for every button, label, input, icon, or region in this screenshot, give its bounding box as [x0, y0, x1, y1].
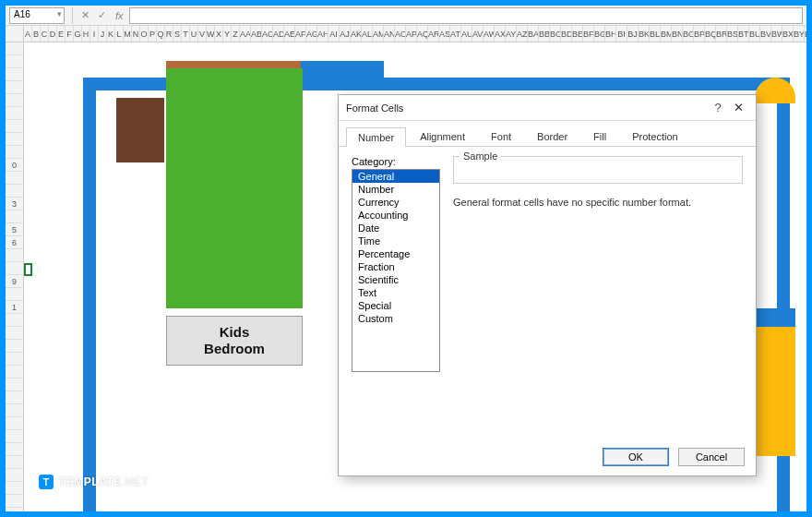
category-item-custom[interactable]: Custom [352, 312, 439, 325]
column-header[interactable]: Y [223, 26, 232, 42]
row-header[interactable]: · [6, 327, 24, 340]
row-header[interactable]: · [6, 107, 24, 120]
column-header[interactable]: BR [716, 26, 727, 42]
column-header[interactable]: I [90, 26, 99, 42]
tab-protection[interactable]: Protection [620, 126, 690, 146]
row-header[interactable]: 0 [6, 159, 24, 172]
column-header[interactable]: AH [317, 26, 328, 42]
ok-button[interactable]: OK [603, 448, 669, 466]
column-header[interactable]: BH [605, 26, 616, 42]
column-header[interactable]: V [198, 26, 207, 42]
column-header[interactable]: AG [306, 26, 317, 42]
column-header[interactable]: AE [284, 26, 295, 42]
tab-border[interactable]: Border [525, 126, 579, 146]
row-header[interactable]: · [6, 340, 24, 353]
column-header[interactable]: D [49, 26, 57, 42]
column-header[interactable]: R [165, 26, 173, 42]
column-header[interactable]: BK [639, 26, 650, 42]
category-item-special[interactable]: Special [352, 299, 439, 312]
column-header[interactable]: BX [782, 26, 794, 42]
row-header[interactable]: · [6, 68, 24, 81]
column-header[interactable]: BS [727, 26, 738, 42]
row-header[interactable]: · [6, 443, 24, 456]
tab-number[interactable]: Number [346, 127, 406, 147]
column-header[interactable]: BY [794, 26, 805, 42]
tab-font[interactable]: Font [479, 126, 523, 146]
column-header[interactable]: BC [550, 26, 561, 42]
column-header[interactable]: AQ [417, 26, 428, 42]
row-header[interactable]: · [6, 249, 24, 262]
column-header[interactable]: AT [450, 26, 461, 42]
column-header[interactable]: W [207, 26, 215, 42]
column-header[interactable]: AK [351, 26, 362, 42]
column-header[interactable]: BA [528, 26, 539, 42]
column-header[interactable]: AV [472, 26, 484, 42]
row-header[interactable]: · [6, 314, 24, 327]
category-item-accounting[interactable]: Accounting [352, 209, 439, 222]
column-header[interactable]: AI [328, 26, 340, 42]
row-header[interactable]: · [6, 185, 24, 198]
row-header[interactable]: · [6, 404, 24, 417]
confirm-formula-icon[interactable]: ✓ [93, 9, 110, 21]
column-header[interactable]: AL [362, 26, 373, 42]
name-box[interactable]: A16 [9, 7, 65, 24]
category-item-percentage[interactable]: Percentage [352, 247, 439, 260]
column-header[interactable]: M [124, 26, 132, 42]
column-header[interactable]: BQ [705, 26, 716, 42]
column-header[interactable]: AX [495, 26, 506, 42]
column-header[interactable]: AM [373, 26, 384, 42]
column-header[interactable]: AF [295, 26, 306, 42]
column-header[interactable]: AN [384, 26, 395, 42]
column-header[interactable]: T [182, 26, 190, 42]
column-header[interactable]: AB [251, 26, 262, 42]
row-header[interactable]: 1 [6, 301, 24, 314]
row-header[interactable]: · [6, 469, 24, 482]
category-item-fraction[interactable]: Fraction [352, 260, 439, 273]
column-header[interactable]: BZ [805, 26, 806, 42]
column-header[interactable]: J [99, 26, 107, 42]
column-header[interactable]: AP [406, 26, 417, 42]
row-header[interactable]: 9 [6, 275, 24, 288]
column-header[interactable]: S [173, 26, 182, 42]
column-header[interactable]: Q [157, 26, 165, 42]
column-header[interactable]: BP [694, 26, 705, 42]
row-header[interactable]: · [6, 81, 24, 94]
column-header[interactable]: O [140, 26, 149, 42]
column-header[interactable]: BO [683, 26, 694, 42]
row-header[interactable]: · [6, 353, 24, 366]
row-header[interactable]: · [6, 288, 24, 301]
row-header[interactable]: · [6, 55, 24, 68]
column-header[interactable]: AU [461, 26, 472, 42]
row-header[interactable]: · [6, 417, 24, 430]
category-item-general[interactable]: General [352, 170, 439, 183]
column-header[interactable]: AA [240, 26, 251, 42]
category-list[interactable]: GeneralNumberCurrencyAccountingDateTimeP… [352, 169, 440, 372]
column-header[interactable]: Z [232, 26, 240, 42]
select-all-corner[interactable] [6, 26, 24, 42]
category-item-currency[interactable]: Currency [352, 196, 439, 209]
column-header[interactable]: F [66, 26, 74, 42]
column-header[interactable]: L [115, 26, 124, 42]
row-header[interactable]: 3 [6, 198, 24, 210]
row-header[interactable]: · [6, 456, 24, 469]
column-header[interactable]: X [215, 26, 223, 42]
row-header[interactable]: · [6, 120, 24, 133]
column-header[interactable]: AS [439, 26, 450, 42]
column-header[interactable]: AZ [517, 26, 528, 42]
fx-label[interactable]: fx [115, 10, 124, 21]
row-header[interactable]: · [6, 133, 24, 146]
column-header[interactable]: BU [749, 26, 760, 42]
tab-alignment[interactable]: Alignment [408, 126, 477, 146]
formula-input[interactable] [129, 7, 803, 24]
cancel-formula-icon[interactable]: ✕ [77, 9, 93, 21]
row-header[interactable]: · [6, 482, 24, 495]
row-header[interactable]: · [6, 495, 24, 508]
column-header[interactable]: BG [594, 26, 605, 42]
column-header[interactable]: BE [572, 26, 583, 42]
category-item-scientific[interactable]: Scientific [352, 273, 439, 286]
column-header[interactable]: BL [650, 26, 661, 42]
row-header[interactable]: · [6, 508, 24, 511]
column-header[interactable]: BM [661, 26, 672, 42]
column-header[interactable]: BJ [627, 26, 639, 42]
column-header[interactable]: AY [506, 26, 517, 42]
